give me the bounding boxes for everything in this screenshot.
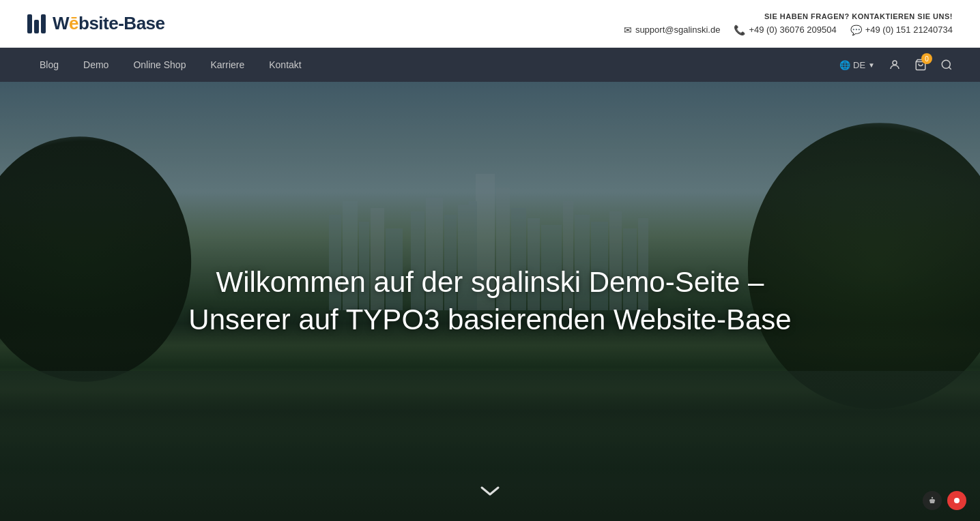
contact-question: SIE HABEN FRAGEN? KONTAKTIEREN SIE UNS!: [624, 12, 953, 20]
email-text: support@sgalinski.de: [635, 25, 720, 35]
svg-point-25: [932, 497, 933, 498]
logo[interactable]: Wēbsite-Base: [27, 13, 165, 34]
logo-text: Wēbsite-Base: [53, 13, 165, 34]
phone-icon: 📞: [734, 25, 745, 35]
user-icon[interactable]: [889, 59, 901, 71]
cart-badge: 0: [921, 53, 932, 64]
hero-section: Wilkommen auf der sgalinski Demo-Seite –…: [0, 82, 980, 521]
globe-icon: 🌐: [839, 60, 850, 70]
hero-content: Wilkommen auf der sgalinski Demo-Seite –…: [0, 82, 980, 521]
scroll-indicator[interactable]: [480, 484, 500, 502]
chevron-down-icon: ▼: [868, 61, 875, 69]
logo-bar-1: [27, 14, 32, 33]
phone-text: +49 (0) 36076 209504: [749, 25, 836, 35]
logo-icon: [27, 14, 46, 33]
search-icon[interactable]: [940, 59, 953, 71]
contact-links: ✉ support@sgalinski.de 📞 +49 (0) 36076 2…: [624, 25, 953, 35]
language-selector[interactable]: 🌐 DE ▼: [839, 60, 875, 70]
email-icon: ✉: [624, 25, 632, 35]
svg-point-0: [893, 61, 897, 65]
svg-point-2: [942, 60, 950, 68]
accessibility-icon[interactable]: [923, 491, 942, 510]
lang-label: DE: [853, 60, 865, 70]
nav-item-karriere[interactable]: Karriere: [198, 48, 257, 82]
phone-link[interactable]: 📞 +49 (0) 36076 209504: [734, 25, 836, 35]
nav-item-online-shop[interactable]: Online Shop: [121, 48, 198, 82]
record-icon[interactable]: [947, 491, 966, 510]
topbar: Wēbsite-Base SIE HABEN FRAGEN? KONTAKTIE…: [0, 0, 980, 48]
whatsapp-text: +49 (0) 151 21240734: [865, 25, 953, 35]
nav-right: 🌐 DE ▼ 0: [839, 59, 953, 71]
bottom-right-icons: [923, 491, 966, 510]
contact-area: SIE HABEN FRAGEN? KONTAKTIEREN SIE UNS! …: [624, 12, 953, 35]
nav-item-kontakt[interactable]: Kontakt: [257, 48, 313, 82]
nav-links: Blog Demo Online Shop Karriere Kontakt: [27, 48, 314, 82]
logo-bar-3: [41, 14, 46, 33]
svg-line-3: [949, 67, 951, 69]
logo-bar-2: [34, 20, 39, 33]
hero-title: Wilkommen auf der sgalinski Demo-Seite –…: [188, 264, 791, 338]
email-link[interactable]: ✉ support@sgalinski.de: [624, 25, 720, 35]
hero-title-line1: Wilkommen auf der sgalinski Demo-Seite –: [216, 266, 764, 298]
hero-title-line2: Unserer auf TYPO3 basierenden Website-Ba…: [188, 303, 791, 336]
navbar: Blog Demo Online Shop Karriere Kontakt 🌐…: [0, 48, 980, 82]
nav-item-blog[interactable]: Blog: [27, 48, 71, 82]
nav-item-demo[interactable]: Demo: [71, 48, 121, 82]
whatsapp-icon: 💬: [850, 25, 862, 35]
whatsapp-link[interactable]: 💬 +49 (0) 151 21240734: [850, 25, 953, 35]
cart-icon[interactable]: 0: [914, 59, 927, 71]
